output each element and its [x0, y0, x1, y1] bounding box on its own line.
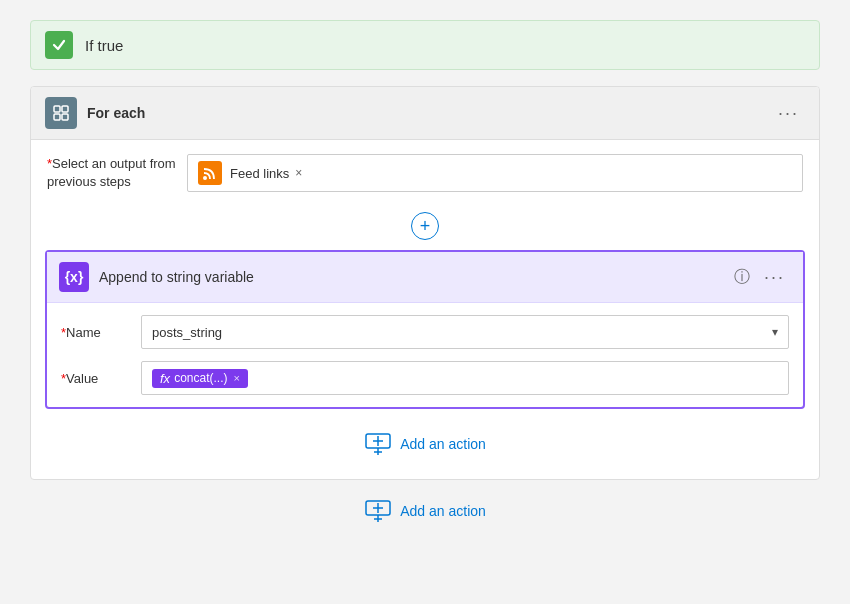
- add-action-inner-button[interactable]: Add an action: [364, 433, 486, 455]
- for-each-icon: [45, 97, 77, 129]
- feed-links-input[interactable]: Feed links ×: [187, 154, 803, 192]
- value-field-row: *Value fx concat(...) ×: [61, 361, 789, 395]
- add-action-inner: Add an action: [31, 423, 819, 459]
- svg-rect-0: [54, 106, 60, 112]
- svg-point-4: [203, 176, 207, 180]
- append-icon: {x}: [59, 262, 89, 292]
- svg-rect-1: [62, 106, 68, 112]
- add-action-outer-label: Add an action: [400, 503, 486, 519]
- select-output-label: *Select an output from previous steps: [47, 155, 187, 191]
- check-icon: [45, 31, 73, 59]
- select-output-row: *Select an output from previous steps Fe…: [31, 140, 819, 206]
- name-value: posts_string: [152, 325, 222, 340]
- outer-container: For each ··· *Select an output from prev…: [30, 86, 820, 480]
- add-action-inner-label: Add an action: [400, 436, 486, 452]
- value-input[interactable]: fx concat(...) ×: [141, 361, 789, 395]
- concat-remove[interactable]: ×: [233, 372, 239, 384]
- concat-tag: fx concat(...) ×: [152, 369, 248, 388]
- svg-rect-2: [54, 114, 60, 120]
- for-each-header: For each ···: [31, 87, 819, 140]
- append-block: {x} Append to string variable ⓘ ··· *Nam…: [45, 250, 805, 409]
- add-action-outer-button[interactable]: Add an action: [364, 500, 486, 522]
- add-step-circle[interactable]: +: [411, 212, 439, 240]
- name-label: *Name: [61, 325, 141, 340]
- concat-label: concat(...): [174, 371, 227, 385]
- if-true-bar: If true: [30, 20, 820, 70]
- add-action-outer-icon: [364, 500, 392, 522]
- feed-links-tag: Feed links ×: [230, 166, 302, 181]
- name-input[interactable]: posts_string ▾: [141, 315, 789, 349]
- append-title: Append to string variable: [99, 269, 734, 285]
- feed-links-remove[interactable]: ×: [295, 166, 302, 180]
- name-field-row: *Name posts_string ▾: [61, 315, 789, 349]
- append-header-actions: ⓘ ···: [734, 265, 791, 290]
- fx-icon: fx: [160, 371, 170, 386]
- add-action-outer: Add an action: [364, 500, 486, 522]
- chevron-down-icon: ▾: [772, 325, 778, 339]
- append-fields: *Name posts_string ▾ *Value fx: [47, 303, 803, 407]
- svg-rect-3: [62, 114, 68, 120]
- append-header: {x} Append to string variable ⓘ ···: [47, 252, 803, 303]
- add-circle-row: +: [31, 212, 819, 240]
- if-true-title: If true: [85, 37, 123, 54]
- for-each-more-button[interactable]: ···: [772, 101, 805, 126]
- append-info-button[interactable]: ⓘ: [734, 267, 750, 288]
- value-label: *Value: [61, 371, 141, 386]
- add-action-inner-icon: [364, 433, 392, 455]
- feed-icon: [198, 161, 222, 185]
- for-each-title: For each: [87, 105, 772, 121]
- append-more-button[interactable]: ···: [758, 265, 791, 290]
